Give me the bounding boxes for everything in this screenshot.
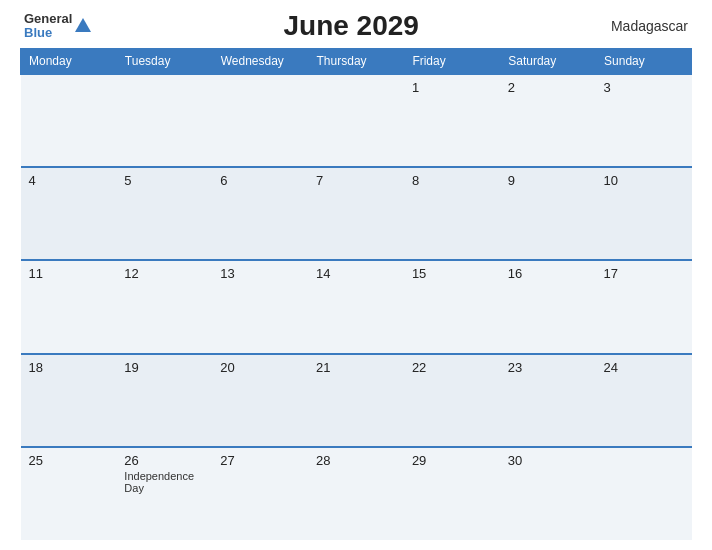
day-number: 13 [220, 266, 234, 281]
day-number: 23 [508, 360, 522, 375]
calendar-cell: 20 [212, 354, 308, 447]
day-number: 6 [220, 173, 227, 188]
calendar-cell: 8 [404, 167, 500, 260]
calendar-cell: 18 [21, 354, 117, 447]
logo-triangle-icon [75, 18, 91, 32]
day-number: 16 [508, 266, 522, 281]
calendar-cell: 30 [500, 447, 596, 540]
calendar-week-2: 45678910 [21, 167, 692, 260]
calendar-cell: 6 [212, 167, 308, 260]
calendar-table: MondayTuesdayWednesdayThursdayFridaySatu… [20, 48, 692, 540]
calendar-week-4: 18192021222324 [21, 354, 692, 447]
calendar-cell [21, 74, 117, 167]
day-number: 27 [220, 453, 234, 468]
calendar-cell: 25 [21, 447, 117, 540]
day-number: 14 [316, 266, 330, 281]
day-number: 11 [29, 266, 43, 281]
day-number: 15 [412, 266, 426, 281]
calendar-cell: 22 [404, 354, 500, 447]
day-number: 10 [604, 173, 618, 188]
day-number: 9 [508, 173, 515, 188]
calendar-cell: 29 [404, 447, 500, 540]
calendar-week-5: 2526Independence Day27282930 [21, 447, 692, 540]
calendar-week-3: 11121314151617 [21, 260, 692, 353]
day-number: 26 [124, 453, 138, 468]
day-number: 21 [316, 360, 330, 375]
weekday-header-friday: Friday [404, 49, 500, 75]
weekday-header-sunday: Sunday [596, 49, 692, 75]
day-number: 17 [604, 266, 618, 281]
calendar-cell: 14 [308, 260, 404, 353]
calendar-cell: 12 [116, 260, 212, 353]
calendar-title: June 2029 [283, 10, 418, 42]
calendar-cell: 21 [308, 354, 404, 447]
weekday-header-saturday: Saturday [500, 49, 596, 75]
calendar-cell: 15 [404, 260, 500, 353]
calendar-header-row: MondayTuesdayWednesdayThursdayFridaySatu… [21, 49, 692, 75]
day-number: 3 [604, 80, 611, 95]
day-number: 7 [316, 173, 323, 188]
day-number: 18 [29, 360, 43, 375]
day-number: 25 [29, 453, 43, 468]
calendar-cell: 13 [212, 260, 308, 353]
calendar-cell: 9 [500, 167, 596, 260]
day-number: 24 [604, 360, 618, 375]
day-number: 22 [412, 360, 426, 375]
day-number: 12 [124, 266, 138, 281]
calendar-cell [596, 447, 692, 540]
day-number: 28 [316, 453, 330, 468]
holiday-label: Independence Day [124, 470, 204, 494]
logo-general-text: General [24, 12, 72, 26]
calendar-cell: 28 [308, 447, 404, 540]
day-number: 20 [220, 360, 234, 375]
calendar-body: 1234567891011121314151617181920212223242… [21, 74, 692, 540]
calendar-cell: 23 [500, 354, 596, 447]
calendar-cell: 10 [596, 167, 692, 260]
calendar-cell [116, 74, 212, 167]
calendar-cell: 11 [21, 260, 117, 353]
calendar-cell: 3 [596, 74, 692, 167]
logo-blue-text: Blue [24, 26, 72, 40]
calendar-cell: 16 [500, 260, 596, 353]
day-number: 1 [412, 80, 419, 95]
day-number: 4 [29, 173, 36, 188]
weekday-header-monday: Monday [21, 49, 117, 75]
calendar-cell: 7 [308, 167, 404, 260]
calendar-cell: 27 [212, 447, 308, 540]
weekday-header-tuesday: Tuesday [116, 49, 212, 75]
calendar-cell [212, 74, 308, 167]
calendar-cell: 17 [596, 260, 692, 353]
calendar-cell: 19 [116, 354, 212, 447]
day-number: 8 [412, 173, 419, 188]
logo: General Blue [24, 12, 91, 41]
calendar-cell: 1 [404, 74, 500, 167]
calendar-cell: 24 [596, 354, 692, 447]
day-number: 2 [508, 80, 515, 95]
calendar-cell: 4 [21, 167, 117, 260]
calendar-week-1: 123 [21, 74, 692, 167]
day-number: 19 [124, 360, 138, 375]
weekday-header-wednesday: Wednesday [212, 49, 308, 75]
calendar-cell: 26Independence Day [116, 447, 212, 540]
calendar-cell [308, 74, 404, 167]
calendar-header: General Blue June 2029 Madagascar [20, 10, 692, 42]
day-number: 30 [508, 453, 522, 468]
day-number: 29 [412, 453, 426, 468]
day-number: 5 [124, 173, 131, 188]
calendar-cell: 2 [500, 74, 596, 167]
location-label: Madagascar [611, 18, 688, 34]
weekday-header-thursday: Thursday [308, 49, 404, 75]
calendar-cell: 5 [116, 167, 212, 260]
